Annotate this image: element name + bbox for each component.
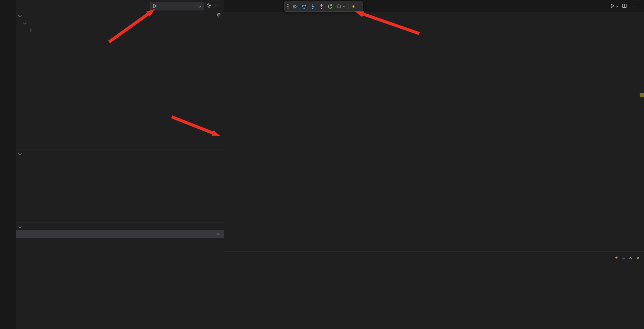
watch-section-header[interactable]	[16, 149, 224, 157]
stop-button[interactable]	[336, 4, 341, 9]
editor-actions: ⋯	[610, 0, 636, 12]
stop-dropdown-chevron-icon[interactable]	[343, 5, 345, 7]
panel-tab-bar	[224, 252, 644, 264]
run-and-debug-sidebar: ⋯	[16, 0, 224, 329]
chevron-down-icon	[18, 151, 22, 155]
variable-row-args[interactable]	[16, 26, 224, 34]
step-into-button[interactable]	[310, 4, 316, 9]
chevron-down-icon	[18, 13, 22, 17]
variables-section-header[interactable]	[16, 11, 224, 19]
panel-actions: + ×	[614, 254, 639, 261]
bottom-panel: + ×	[224, 251, 644, 329]
terminal-dropdown-chevron-icon[interactable]	[622, 256, 625, 259]
scrollbar-overview-ruler[interactable]	[639, 19, 644, 251]
stack-frame-row[interactable]	[16, 230, 224, 238]
continue-button[interactable]	[292, 4, 298, 9]
editor-more-actions-icon[interactable]: ⋯	[631, 3, 636, 9]
chevron-right-icon	[29, 28, 32, 32]
current-line-ruler-mark	[640, 93, 644, 97]
hot-code-replace-bolt-icon[interactable]	[348, 4, 356, 9]
run-file-button[interactable]	[610, 3, 618, 8]
run-play-icon	[152, 3, 157, 9]
sidebar-more-actions-icon[interactable]: ⋯	[215, 2, 220, 8]
chevron-down-icon	[18, 225, 22, 228]
breadcrumb	[224, 12, 644, 19]
toolbar-drag-handle[interactable]	[287, 4, 289, 9]
step-over-button[interactable]	[301, 4, 307, 9]
run-config-dropdown[interactable]	[150, 2, 204, 10]
watch-expression-row[interactable]	[16, 157, 224, 164]
split-editor-icon[interactable]	[622, 3, 627, 8]
call-stack-section-header[interactable]	[16, 223, 224, 230]
debug-settings-gear-icon[interactable]	[206, 3, 212, 8]
new-terminal-icon[interactable]: +	[614, 254, 618, 261]
activity-bar	[0, 0, 16, 329]
play-icon	[610, 3, 615, 8]
chevron-down-icon	[615, 4, 618, 7]
minimap[interactable]	[600, 19, 639, 251]
stack-frame-position-badge	[216, 233, 220, 235]
step-out-button[interactable]	[319, 4, 324, 9]
maximize-panel-icon[interactable]	[629, 257, 632, 260]
close-panel-icon[interactable]: ×	[636, 255, 639, 261]
code-editor[interactable]	[224, 19, 600, 251]
chevron-down-icon	[23, 21, 26, 24]
restart-button[interactable]	[327, 4, 333, 9]
chevron-down-icon	[198, 4, 202, 7]
variables-scope-local[interactable]	[16, 19, 224, 26]
debug-toolbar	[284, 1, 363, 12]
